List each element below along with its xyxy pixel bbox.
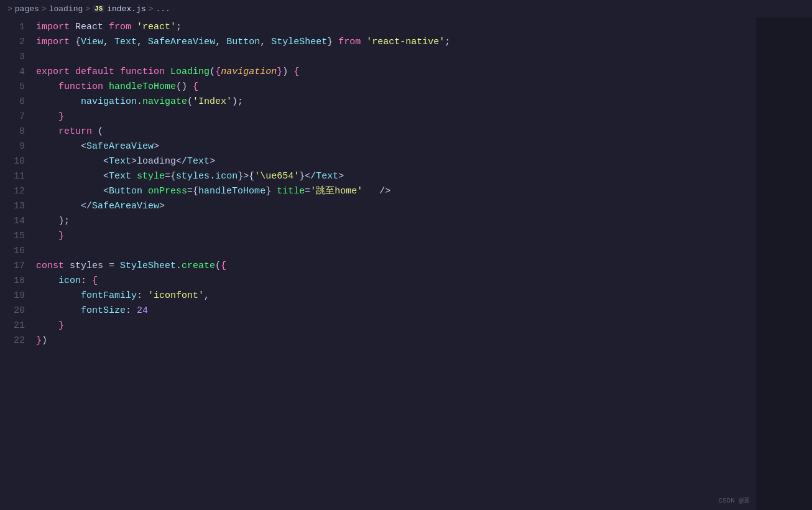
code-line-15: } xyxy=(36,229,812,244)
breadcrumb-sep2: > xyxy=(85,4,90,14)
minimap: import React from 'react'; import {"{"}V… xyxy=(756,17,812,510)
line-numbers: 1 2 3 4 5 6 7 8 9 10 11 12 13 14 15 16 1… xyxy=(0,17,31,510)
breadcrumb: > pages > loading > JS index.js > ... xyxy=(0,0,812,17)
code-line-13: </SafeAreaView> xyxy=(36,199,812,214)
breadcrumb-filename[interactable]: index.js xyxy=(107,4,145,14)
code-line-7: } xyxy=(36,109,812,124)
code-line-22: }) xyxy=(36,333,812,348)
watermark: CSDN @圆 xyxy=(718,496,750,505)
breadcrumb-loading[interactable]: loading xyxy=(49,4,83,14)
code-line-12: <Button onPress={handleToHome} title='跳至… xyxy=(36,184,812,199)
code-content: import React from 'react'; import {View,… xyxy=(31,17,812,510)
code-line-19: fontFamily: 'iconfont', xyxy=(36,289,812,304)
code-line-18: icon: { xyxy=(36,274,812,289)
breadcrumb-sep1: > xyxy=(42,4,47,14)
breadcrumb-pages[interactable]: pages xyxy=(15,4,39,14)
code-line-6: navigation.navigate('Index'); xyxy=(36,95,812,109)
code-line-9: <SafeAreaView> xyxy=(36,139,812,154)
code-line-16 xyxy=(36,244,812,259)
breadcrumb-arrow: > xyxy=(7,4,12,14)
code-line-8: return ( xyxy=(36,124,812,139)
code-line-10: <Text>loading</Text> xyxy=(36,154,812,169)
breadcrumb-js-icon: JS xyxy=(93,5,104,12)
code-line-1: import React from 'react'; xyxy=(36,20,812,35)
code-line-21: } xyxy=(36,318,812,333)
code-line-20: fontSize: 24 xyxy=(36,304,812,318)
code-line-3 xyxy=(36,50,812,65)
breadcrumb-ellipsis: ... xyxy=(156,4,170,14)
code-line-17: const styles = StyleSheet.create({ xyxy=(36,259,812,274)
code-line-2: import {View, Text, SafeAreaView, Button… xyxy=(36,35,812,50)
code-editor: 1 2 3 4 5 6 7 8 9 10 11 12 13 14 15 16 1… xyxy=(0,17,812,510)
breadcrumb-sep3: > xyxy=(149,4,154,14)
code-line-4: export default function Loading({navigat… xyxy=(36,65,812,80)
code-line-11: <Text style={styles.icon}>{'\ue654'}</Te… xyxy=(36,169,812,184)
code-line-5: function handleToHome() { xyxy=(36,80,812,95)
code-line-14: ); xyxy=(36,214,812,229)
